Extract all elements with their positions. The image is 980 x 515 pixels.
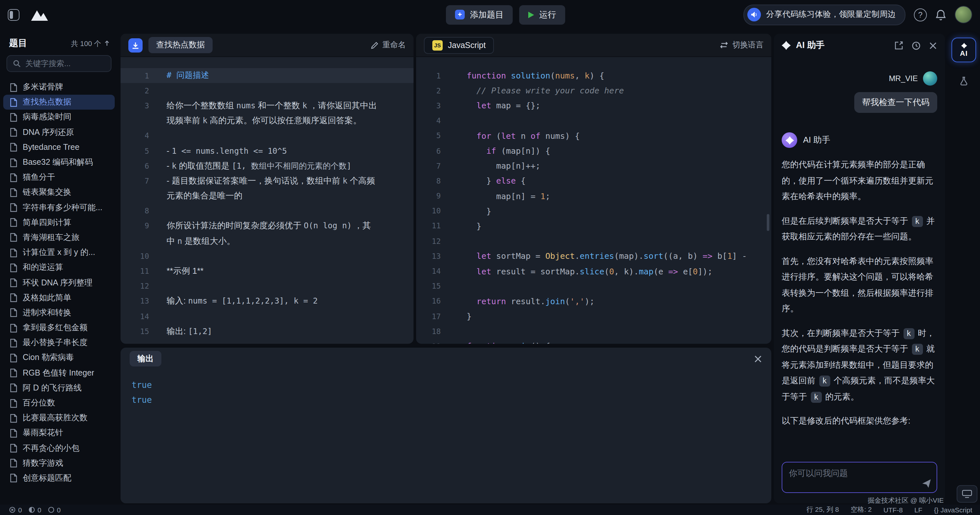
problem-line: 15输出: [1,2] — [121, 324, 414, 339]
editor-scrollbar[interactable] — [767, 214, 769, 231]
ai-toggle-button[interactable]: AI — [951, 38, 976, 62]
sidebar-item[interactable]: 拿到最多红包金额 — [0, 320, 118, 335]
output-tab[interactable]: 输出 — [130, 351, 161, 367]
cursor-position[interactable]: 行 25, 列 8 — [806, 505, 839, 514]
sidebar-item[interactable]: RGB 色值转 Integer — [0, 365, 118, 380]
notifications-button[interactable] — [935, 9, 946, 21]
run-label: 运行 — [539, 9, 556, 21]
sidebar-item-label: RGB 色值转 Integer — [23, 367, 94, 378]
document-icon — [10, 444, 18, 453]
line-number: 15 — [416, 282, 452, 290]
sidebar-item[interactable]: 链表聚集交换 — [0, 185, 118, 200]
problem-line: 3给你一个整数数组 nums 和一个整数 k ，请你返回其中出 — [121, 98, 414, 113]
ai-panel-header: AI 助手 — [774, 34, 945, 57]
sidebar-toggle-icon[interactable] — [8, 9, 19, 21]
document-icon — [10, 83, 18, 92]
promo-banner[interactable]: 分享代码练习体验，领限量定制周边 — [743, 4, 905, 25]
virtual-keyboard-button[interactable] — [957, 485, 977, 503]
send-button[interactable] — [922, 479, 931, 488]
sidebar-item[interactable]: 简单四则计算 — [0, 215, 118, 230]
switch-language-button[interactable]: 切换语言 — [719, 40, 764, 51]
sidebar-item[interactable]: 及格如此简单 — [0, 290, 118, 305]
run-button[interactable]: 运行 — [519, 5, 565, 24]
sidebar-item[interactable]: 多米诺骨牌 — [0, 80, 118, 95]
sidebar-item-label: 暴雨梨花针 — [23, 428, 63, 439]
document-icon — [10, 128, 18, 137]
bell-icon — [935, 9, 946, 21]
code-editor[interactable]: 1function solution(nums, k) {2 // Please… — [416, 57, 771, 344]
problem-line: 9你所设计算法的时间复杂度必须优于 O(n log n) ，其 — [121, 218, 414, 233]
sidebar-item[interactable]: 查找热点数据 — [3, 95, 115, 110]
sidebar-item[interactable]: 最小替换子串长度 — [0, 335, 118, 350]
document-icon — [10, 474, 18, 483]
sort-icon[interactable] — [104, 40, 110, 47]
user-avatar[interactable] — [955, 6, 972, 23]
problem-line: 元素的集合是唯一的 — [121, 188, 414, 203]
sidebar-item[interactable]: 创意标题匹配 — [0, 471, 118, 486]
encoding[interactable]: UTF-8 — [883, 506, 903, 514]
rename-button[interactable]: 重命名 — [371, 40, 406, 51]
sidebar-item[interactable]: 比赛最高获胜次数 — [0, 411, 118, 426]
sidebar-item[interactable]: 暴雨梨花针 — [0, 426, 118, 441]
sidebar-item[interactable]: 病毒感染时间 — [0, 110, 118, 125]
sidebar-item-label: 及格如此简单 — [23, 292, 71, 303]
close-icon[interactable] — [929, 41, 937, 49]
announcement-icon — [747, 8, 761, 21]
line-number: 12 — [121, 282, 158, 290]
document-icon — [10, 339, 18, 348]
sidebar-item[interactable]: 不再贪心的小包 — [0, 441, 118, 456]
ai-input-field[interactable] — [782, 462, 937, 492]
editor-panel-header: JS JavaScript 切换语言 — [416, 34, 771, 57]
sidebar-item[interactable]: 猜数字游戏 — [0, 456, 118, 470]
problem-line: 7- 题目数据保证答案唯一，换句话说，数组中前 k 个高频 — [121, 174, 414, 188]
sidebar-item[interactable]: 青海湖租车之旅 — [0, 230, 118, 245]
code-line: 16 return result.join(','); — [416, 294, 771, 309]
sidebar-item[interactable]: Bytedance Tree — [0, 140, 118, 155]
ai-input-box[interactable] — [782, 462, 937, 493]
sidebar-item-label: 和的逆运算 — [23, 262, 63, 273]
sidebar-item[interactable]: 和的逆运算 — [0, 260, 118, 275]
sidebar-item[interactable]: 进制求和转换 — [0, 306, 118, 320]
search-input[interactable]: 关键字搜索... — [6, 55, 111, 72]
sidebar-item[interactable]: 字符串有多少种可能... — [0, 200, 118, 215]
history-icon[interactable] — [911, 41, 921, 50]
user-message-header: MR_VIE — [782, 71, 937, 86]
sidebar-item[interactable]: 计算位置 x 到 y 的... — [0, 245, 118, 260]
document-icon — [10, 413, 18, 423]
sidebar-item-label: 创意标题匹配 — [23, 473, 71, 484]
sidebar-item[interactable]: Cion 勒索病毒 — [0, 351, 118, 365]
promo-banner-text: 分享代码练习体验，领限量定制周边 — [766, 9, 896, 20]
sidebar-item[interactable]: Base32 编码和解码 — [0, 155, 118, 170]
community-credit: 掘金技术社区 @ 嗦小VIE — [867, 496, 944, 505]
sidebar-item[interactable]: 环状 DNA 序列整理 — [0, 275, 118, 290]
sidebar-item[interactable]: 猫鱼分干 — [0, 170, 118, 185]
language-mode[interactable]: {} JavaScript — [934, 506, 972, 514]
problem-description[interactable]: 1# 问题描述23给你一个整数数组 nums 和一个整数 k ，请你返回其中出现… — [121, 57, 414, 339]
add-problem-button[interactable]: + 添加题目 — [446, 5, 513, 24]
sidebar-item[interactable]: DNA 序列还原 — [0, 125, 118, 140]
sidebar-item[interactable]: 百分位数 — [0, 395, 118, 411]
editor-panel: JS JavaScript 切换语言 1function solution(nu… — [416, 34, 771, 344]
document-icon — [10, 459, 18, 468]
document-icon — [10, 98, 18, 107]
lab-button[interactable] — [959, 76, 969, 86]
problem-count-label: 共 100 个 — [71, 38, 101, 48]
indentation[interactable]: 空格: 2 — [851, 505, 872, 514]
sidebar-item-label: 计算位置 x 到 y 的... — [23, 247, 95, 258]
line-number: 7 — [416, 161, 452, 170]
language-tab[interactable]: JS JavaScript — [424, 37, 494, 54]
sidebar-item[interactable]: 阿 D 的飞行路线 — [0, 381, 118, 395]
sidebar-item-label: 比赛最高获胜次数 — [23, 413, 88, 424]
help-button[interactable]: ? — [914, 8, 927, 21]
ai-message-paragraph: 以下是修改后的代码框架供您参考: — [782, 413, 937, 429]
eol-type[interactable]: LF — [915, 506, 923, 514]
output-close-button[interactable] — [754, 354, 762, 363]
new-chat-icon[interactable] — [894, 41, 904, 50]
sidebar-item-label: 链表聚集交换 — [23, 187, 71, 198]
problem-line: 13输入: nums = [1,1,1,2,2,3], k = 2 — [121, 294, 414, 309]
error-count: 0 — [9, 506, 22, 514]
problem-panel-header: 查找热点数据 重命名 — [121, 34, 414, 57]
ai-message-paragraph: 首先，您没有对哈希表中的元素按照频率进行排序。要解决这个问题，可以将哈希表转换为… — [782, 253, 937, 317]
line-number: 9 — [416, 191, 452, 201]
user-chat-avatar — [923, 71, 937, 86]
